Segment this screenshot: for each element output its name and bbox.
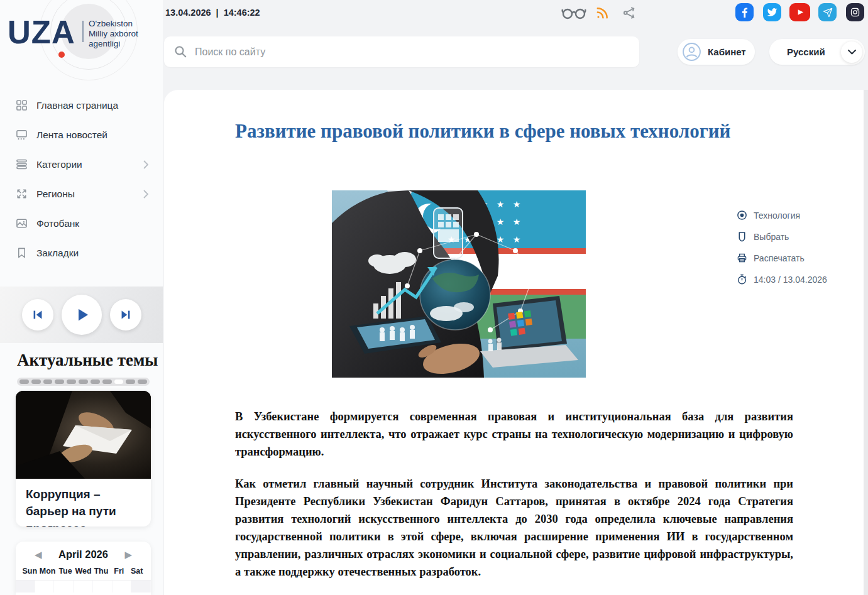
print-button[interactable]: Распечатать [737,253,856,263]
sidebar-item-label: Фотобанк [36,218,79,229]
skip-next-icon [119,308,133,322]
previous-track-button[interactable] [22,299,53,330]
calendar-cell[interactable] [113,581,132,592]
accessibility-glasses-icon[interactable] [560,5,588,23]
publish-time-label: 14:03 / 13.04.2026 [754,275,827,285]
topic-card-corruption[interactable]: Коррупция – барьер на пути прогресса [16,391,151,527]
facebook-icon[interactable] [735,3,754,21]
sidebar-item-label: Главная страница [36,100,118,111]
audio-player [0,287,163,343]
bookmark-icon [16,247,28,259]
topics-carousel-indicator[interactable] [17,378,150,386]
cabinet-button[interactable]: Кабинет [678,39,755,65]
carousel-dash [43,379,53,384]
carousel-dash [67,379,76,384]
search-bar [164,36,639,67]
telegram-icon[interactable] [818,3,837,21]
article-paragraph-1: В Узбекистане формируется современная пр… [235,408,793,461]
calendar-month-label: April 2026 [58,549,108,560]
logo-wordmark: UZA [8,14,75,51]
calendar-cell[interactable] [54,581,74,592]
carousel-dash [91,379,100,384]
calendar-prev-icon[interactable]: ◀ [35,550,42,559]
print-label: Распечатать [754,253,805,263]
chevron-right-icon [143,160,149,169]
article-meta: Технология Выбрать Распечатать 14:03 / 1… [737,210,856,285]
rss-icon[interactable] [595,6,610,22]
svg-text:★: ★ [513,199,521,209]
topic-card-title: Коррупция – барьер на пути прогресса [16,479,151,527]
topics-heading: Актуальные темы [17,351,158,370]
svg-text:★: ★ [513,234,521,244]
article-hero-image: ★★★ ★★★★ ★★★★★ [332,190,586,378]
sidebar-item-label: Закладки [36,248,79,259]
select-label: Выбрать [754,232,789,242]
language-selected-label: Русский [787,46,825,57]
search-input[interactable] [195,46,629,58]
article-paragraph-2: Как отметил главный научный сотрудник Ин… [235,475,793,581]
calendar-cell[interactable] [74,581,93,592]
share-icon[interactable] [622,5,638,23]
calendar-cell[interactable] [93,581,113,592]
carousel-dash [31,379,41,384]
twitter-icon[interactable] [763,3,781,21]
search-icon [174,45,187,58]
calendar-widget: ◀ April 2026 ▶ Sun Mon Tue Wed Thu Fri S… [16,542,151,595]
next-track-button[interactable] [110,299,141,330]
carousel-dash [126,379,135,384]
carousel-dash [138,379,147,384]
calendar-cell[interactable] [16,581,35,592]
categories-icon [16,158,28,170]
scrollbar[interactable] [864,90,868,595]
youtube-icon[interactable] [789,3,810,21]
calendar-cells-row [16,580,151,592]
topic-card-image [16,391,151,479]
play-icon [72,305,91,324]
sidebar-item-categories[interactable]: Категории [0,150,163,179]
carousel-dash [55,379,64,384]
sidebar-item-news-feed[interactable]: Лента новостей [0,120,163,150]
sidebar-item-bookmarks[interactable]: Закладки [0,238,163,268]
weekday-label: Wed [74,567,92,576]
svg-text:★: ★ [497,199,505,209]
radio-dot-icon [737,210,747,221]
sidebar-item-home[interactable]: Главная страница [0,90,163,120]
publish-time: 14:03 / 13.04.2026 [737,274,856,285]
uza-news-page: UZA O'zbekiston Milliy axborot agentligi… [0,0,868,595]
weekday-label: Thu [92,567,110,576]
logo-red-dot [58,52,65,58]
sidebar-item-regions[interactable]: Регионы [0,179,163,209]
select-article-button[interactable]: Выбрать [737,231,856,242]
carousel-dash [19,379,29,384]
calendar-cell[interactable] [35,581,55,592]
printer-icon [737,253,747,263]
skip-previous-icon [31,308,45,322]
weekday-label: Fri [110,567,128,576]
play-button[interactable] [62,295,102,335]
carousel-dash-active [114,379,124,384]
stopwatch-icon [737,274,747,285]
current-time: 14:46:22 [224,8,260,18]
sidebar-item-label: Лента новостей [36,129,107,141]
article-category[interactable]: Технология [737,210,856,221]
chevron-down-icon [841,41,862,63]
sidebar-item-label: Регионы [36,188,75,200]
site-logo[interactable]: UZA O'zbekiston Milliy axborot agentligi [0,0,163,91]
sidebar-item-label: Категории [36,159,82,170]
weekday-label: Sat [128,567,146,576]
datetime-display: 13.04.2026 | 14:46:22 [165,8,260,18]
logo-tagline-line3: agentligi [89,39,138,49]
logo-tagline: O'zbekiston Milliy axborot agentligi [89,19,138,49]
svg-text:★: ★ [497,217,505,227]
calendar-next-icon[interactable]: ▶ [124,550,132,559]
weekday-label: Mon [38,567,56,576]
instagram-icon[interactable] [846,3,864,21]
calendar-weekday-row: Sun Mon Tue Wed Thu Fri Sat [16,567,151,576]
language-selector[interactable]: Русский [769,39,865,65]
logo-divider [82,21,84,42]
calendar-cell[interactable] [131,581,151,592]
logo-tagline-line2: Milliy axborot [89,29,138,39]
sidebar-item-photobank[interactable]: Фотобанк [0,209,163,238]
photo-icon [16,217,28,229]
news-feed-icon [16,129,28,141]
